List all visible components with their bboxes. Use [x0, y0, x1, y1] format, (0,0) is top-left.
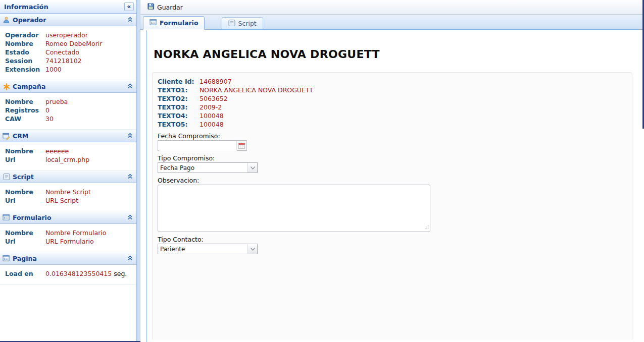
save-button-label: Guardar [157, 4, 183, 11]
field-row: TEXTO3:2009-2 [158, 103, 632, 111]
section-header-campana[interactable]: Campaña [0, 80, 136, 93]
asterisk-icon [2, 83, 11, 91]
app-edit-icon [2, 132, 11, 140]
fecha-compromiso-input[interactable] [159, 141, 237, 151]
observacion-textarea[interactable] [158, 185, 430, 232]
section-body-crm: Nombreeeeeee Urllocal_crm.php [0, 142, 136, 170]
collapse-section-icon[interactable] [127, 16, 133, 24]
tab-body-formulario: NORKA ANGELICA NOVA DROGUETT Cliente Id:… [146, 30, 644, 342]
select-value: Pariente [158, 246, 247, 253]
script-icon [228, 19, 235, 28]
tab-formulario[interactable]: Formulario [143, 16, 205, 30]
info-panel-header: Información « [0, 0, 136, 14]
info-row: Operadoruseroperador [5, 31, 134, 39]
chevron-down-icon [247, 244, 257, 254]
floppy-disk-icon [147, 3, 155, 12]
section-header-crm[interactable]: CRM [0, 130, 136, 142]
collapse-section-icon[interactable] [127, 214, 133, 222]
form-icon [2, 214, 11, 222]
info-row: Urllocal_crm.php [5, 155, 134, 164]
observacion-label: Observacion: [158, 177, 632, 184]
form-icon [150, 19, 157, 27]
toolbar: Guardar [140, 0, 644, 15]
section-header-script[interactable]: Script [0, 170, 136, 183]
main-panel: Guardar Formulario Script NORKA ANGELICA… [140, 0, 644, 342]
tipo-compromiso-select[interactable]: Fecha Pago [158, 162, 258, 173]
section-header-formulario[interactable]: Formulario [0, 211, 136, 224]
info-row: UrlURL Script [5, 196, 134, 205]
collapse-section-icon[interactable] [127, 83, 133, 91]
section-header-pagina[interactable]: Pagina [0, 252, 136, 265]
info-row: NombreNombre Formulario [5, 229, 134, 237]
collapse-section-icon[interactable] [127, 132, 133, 140]
panel-collapse-button[interactable]: « [124, 2, 134, 11]
field-row: TEXTO1:NORKA ANGELICA NOVA DROGUETT [158, 86, 632, 94]
tab-label: Formulario [160, 19, 198, 27]
user-icon [2, 16, 11, 24]
fecha-compromiso-label: Fecha Compromiso: [158, 132, 632, 140]
script-icon [2, 173, 11, 181]
tipo-contacto-select[interactable]: Pariente [158, 244, 258, 254]
form-icon [2, 255, 11, 263]
info-row: Registros0 [5, 106, 134, 115]
info-row: Session741218102 [5, 56, 134, 65]
section-title: Script [13, 173, 127, 181]
observacion-field [158, 185, 430, 232]
section-body-operador: Operadoruseroperador NombreRomeo DebeMor… [0, 26, 136, 80]
info-row: NombreRomeo DebeMorir [5, 39, 134, 48]
section-header-operador[interactable]: Operador [0, 14, 136, 26]
select-value: Fecha Pago [158, 164, 247, 172]
calendar-icon[interactable] [236, 141, 246, 150]
section-title: Formulario [13, 214, 127, 221]
tipo-contacto-label: Tipo Contacto: [158, 236, 632, 243]
fecha-compromiso-field [158, 140, 247, 151]
section-title: CRM [13, 132, 127, 140]
info-row: EstadoConectado [5, 48, 134, 56]
save-button[interactable]: Guardar [144, 2, 186, 13]
info-row: CAW30 [5, 115, 134, 123]
section-body-pagina: Load en0.016348123550415 seg. [0, 265, 136, 284]
section-body-formulario: NombreNombre Formulario UrlURL Formulari… [0, 224, 136, 252]
info-row: Nombreprueba [5, 97, 134, 106]
section-body-script: NombreNombre Script UrlURL Script [0, 183, 136, 211]
collapse-section-icon[interactable] [127, 255, 133, 263]
section-title: Campaña [13, 83, 127, 90]
field-row: TEXTO5:100048 [158, 120, 632, 129]
field-row: TEXTO4:100048 [158, 111, 632, 120]
section-body-campana: Nombreprueba Registros0 CAW30 [0, 93, 136, 130]
info-panel-title: Información [4, 3, 124, 11]
section-title: Operador [13, 16, 127, 24]
info-row: NombreNombre Script [5, 188, 134, 196]
info-row: Load en0.016348123550415 seg. [5, 269, 134, 278]
section-title: Pagina [13, 255, 127, 262]
info-row: UrlURL Formulario [5, 237, 134, 246]
tab-strip: Formulario Script [140, 15, 644, 30]
field-row: Cliente Id:14688907 [158, 77, 632, 86]
info-row: Extension1000 [5, 65, 134, 74]
field-row: TEXTO2:5063652 [158, 94, 632, 103]
tipo-compromiso-label: Tipo Compromiso: [158, 154, 632, 162]
client-fields-panel: Cliente Id:14688907 TEXTO1:NORKA ANGELIC… [152, 72, 632, 339]
chevron-down-icon [247, 163, 257, 173]
sidebar-splitter[interactable] [137, 0, 140, 342]
collapse-section-icon[interactable] [127, 173, 133, 181]
client-name-title: NORKA ANGELICA NOVA DROGUETT [154, 48, 644, 61]
tab-script[interactable]: Script [222, 17, 263, 29]
tab-label: Script [238, 20, 256, 27]
info-panel: Información « Operador Operadoruseropera… [0, 0, 137, 341]
info-row: Nombreeeeeee [5, 147, 134, 155]
